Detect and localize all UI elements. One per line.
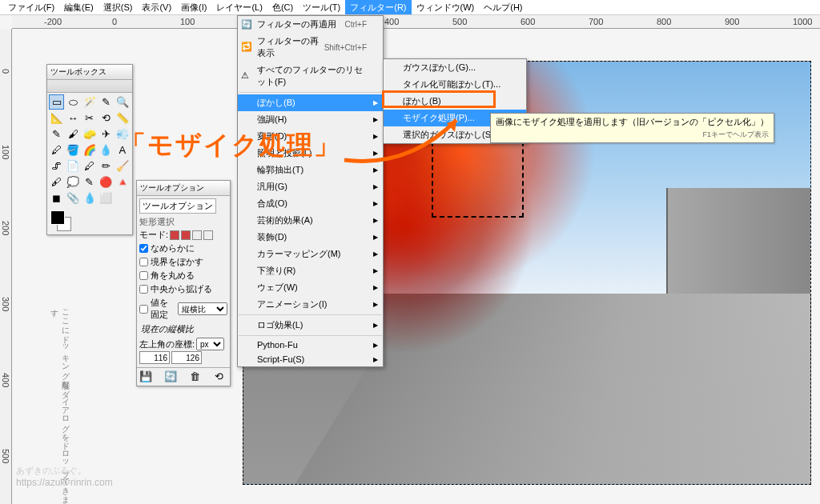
tool-10[interactable]: ✎ [49, 126, 64, 142]
antialias-checkbox[interactable]: なめらかに [139, 242, 227, 255]
tool-options-panel: ツールオプション ツールオプション 矩形選択 モード: なめらかに 境界をぼかす… [136, 180, 231, 386]
tool-29[interactable]: 🔺 [115, 174, 130, 190]
tool-18[interactable]: 💧 [98, 142, 114, 158]
delete-icon[interactable]: 🗑 [190, 370, 203, 383]
tool-8[interactable]: ⟲ [98, 110, 114, 126]
menu-item[interactable]: 🔄フィルターの再適用Ctrl+F [238, 16, 383, 33]
tool-6[interactable]: ↔ [66, 110, 81, 126]
tool-4[interactable]: 🔍 [115, 94, 130, 110]
pos-y-input[interactable] [171, 351, 202, 364]
ruler-horizontal: -20001002003004005006007008009001000 [12, 15, 820, 29]
mode-replace-icon[interactable] [170, 230, 179, 240]
color-swatch[interactable] [47, 207, 132, 234]
pos-x-input[interactable] [139, 351, 170, 364]
watermark: あずきのぶろぐ。 https://azuki-rinrin.com [16, 465, 113, 488]
tool-33[interactable]: ⬜ [98, 190, 114, 206]
submenu-item[interactable]: ガウスぼかし(G)... [384, 59, 526, 76]
tool-13[interactable]: ✈ [98, 126, 114, 142]
callout-text: 「モザイク処理」 [120, 128, 341, 163]
position-label: 左上角の座標: [139, 338, 195, 350]
menu-7[interactable]: ツール(T) [298, 0, 345, 14]
menu-2[interactable]: 選択(S) [98, 0, 138, 14]
menu-item[interactable]: 装飾(D) [238, 229, 383, 246]
reset-icon[interactable]: ⟲ [215, 370, 227, 383]
menu-item[interactable]: カラーマッピング(M) [238, 246, 383, 262]
tool-22[interactable]: 🖊 [82, 158, 97, 174]
foreground-color[interactable] [50, 210, 65, 225]
options-footer: 💾 🔄 🗑 ⟲ [137, 367, 230, 386]
mode-row: モード: [139, 229, 227, 241]
revert-icon[interactable]: 🔄 [164, 370, 177, 383]
tool-1[interactable]: ⬭ [66, 94, 81, 110]
feather-checkbox[interactable]: 境界をぼかす [139, 255, 227, 269]
tool-32[interactable]: 💧 [82, 190, 97, 206]
menu-item[interactable]: アニメーション(I) [238, 296, 383, 313]
tool-12[interactable]: 🧽 [82, 126, 97, 142]
tool-27[interactable]: ✎ [82, 174, 97, 190]
fixed-checkbox[interactable]: 値を固定 縦横比 [139, 296, 227, 322]
round-checkbox[interactable]: 角を丸める [139, 269, 227, 282]
menu-item[interactable]: 合成(O) [238, 195, 383, 212]
ruler-vertical: 0100200300400500 [0, 29, 12, 504]
tool-options-title: ツールオプション [137, 181, 230, 196]
menu-8[interactable]: フィルター(R) [345, 0, 411, 14]
mode-intersect-icon[interactable] [203, 230, 213, 240]
tool-28[interactable]: 🔴 [98, 174, 114, 190]
tool-16[interactable]: 🪣 [66, 142, 81, 158]
menu-6[interactable]: 色(C) [267, 0, 298, 14]
unit-select[interactable]: px [196, 338, 224, 350]
menu-3[interactable]: 表示(V) [137, 0, 176, 14]
menu-item[interactable]: 🔁フィルターの再表示Shift+Ctrl+F [238, 33, 383, 62]
tooltip-footer: F1キーでヘルプ表示 [496, 130, 769, 140]
tool-3[interactable]: ✎ [98, 94, 114, 110]
section-label: 矩形選択 [139, 216, 227, 228]
tooltip: 画像にモザイク処理を適用します（旧バージョンの「ピクセル化」） F1キーでヘルプ… [490, 113, 774, 143]
filter-menu: 🔄フィルターの再適用Ctrl+F🔁フィルターの再表示Shift+Ctrl+F⚠す… [237, 15, 384, 367]
toolbox-title: ツールボックス [47, 65, 132, 80]
mode-sub-icon[interactable] [192, 230, 202, 240]
menu-0[interactable]: ファイル(F) [3, 0, 59, 14]
submenu-item[interactable]: タイル化可能ぼかし(T)... [384, 76, 526, 93]
tab-tool-options[interactable]: ツールオプション [139, 198, 216, 214]
tool-23[interactable]: ✏ [98, 158, 114, 174]
menu-item[interactable]: 下塗り(R) [238, 262, 383, 279]
fixed-select[interactable]: 縦横比 [178, 302, 227, 315]
menu-item[interactable]: Script-Fu(S) [238, 352, 383, 366]
menu-9[interactable]: ウィンドウ(W) [412, 0, 480, 14]
tooltip-text: 画像にモザイク処理を適用します（旧バージョンの「ピクセル化」） [496, 116, 769, 128]
menu-1[interactable]: 編集(E) [59, 0, 98, 14]
tool-31[interactable]: 📎 [66, 190, 81, 206]
ratio-label: 現在の縦横比 [139, 322, 227, 337]
expand-checkbox[interactable]: 中央から拡げる [139, 282, 227, 296]
menu-item[interactable]: ⚠すべてのフィルターのリセット(F) [238, 62, 383, 90]
tool-17[interactable]: 🌈 [82, 142, 97, 158]
tool-20[interactable]: 🖇 [49, 158, 64, 174]
tool-26[interactable]: 💭 [66, 174, 81, 190]
menu-item[interactable]: ウェブ(W) [238, 279, 383, 296]
tool-9[interactable]: 📏 [115, 110, 130, 126]
tool-21[interactable]: 📄 [66, 158, 81, 174]
menu-item[interactable]: 芸術的効果(A) [238, 212, 383, 229]
callout-arrow [336, 104, 480, 176]
menu-5[interactable]: レイヤー(L) [211, 0, 267, 14]
watermark-url: https://azuki-rinrin.com [16, 477, 113, 488]
tool-2[interactable]: 🪄 [82, 94, 97, 110]
tool-25[interactable]: 🖋 [49, 174, 64, 190]
tool-0[interactable]: ▭ [49, 94, 64, 110]
watermark-name: あずきのぶろぐ。 [16, 465, 113, 477]
menu-4[interactable]: 画像(I) [176, 0, 211, 14]
menu-item[interactable]: Python-Fu [238, 338, 383, 352]
menu-10[interactable]: ヘルプ(H) [479, 0, 527, 14]
toolbox-tabs[interactable] [47, 80, 132, 93]
tool-5[interactable]: 📐 [49, 110, 64, 126]
tool-11[interactable]: 🖌 [66, 126, 81, 142]
mode-add-icon[interactable] [181, 230, 191, 240]
menubar: ファイル(F)編集(E)選択(S)表示(V)画像(I)レイヤー(L)色(C)ツー… [0, 0, 820, 15]
menu-item[interactable]: ロゴ効果(L) [238, 317, 383, 334]
menu-item[interactable]: 汎用(G) [238, 178, 383, 195]
save-icon[interactable]: 💾 [139, 370, 152, 383]
tool-7[interactable]: ✂ [82, 110, 97, 126]
tool-30[interactable]: ◼ [49, 190, 64, 206]
tool-15[interactable]: 🖊 [49, 142, 64, 158]
